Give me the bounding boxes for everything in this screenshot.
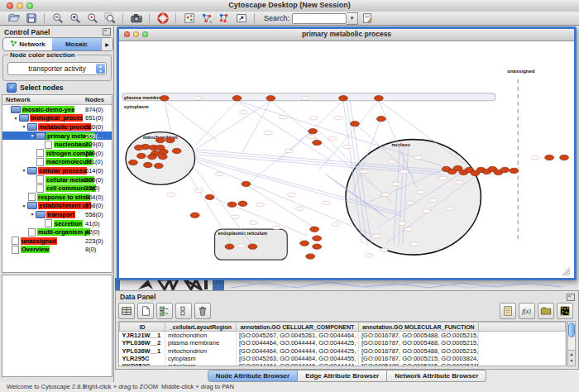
network-view-titlebar[interactable]: primary metabolic process [119, 29, 574, 41]
tree-item-response-to-stimulu[interactable]: response to stimulu264(0) [2, 193, 112, 202]
network-node[interactable] [165, 137, 175, 142]
network-node[interactable] [339, 96, 348, 101]
network-node[interactable] [313, 244, 322, 249]
network-node[interactable] [232, 96, 242, 101]
expand-arrow-icon[interactable]: ▼ [21, 124, 27, 129]
layout-spring-icon[interactable] [199, 12, 213, 25]
network-node[interactable] [128, 160, 137, 165]
table-row[interactable]: YPL036W__1mitochondrion[GO:0044464, GO:0… [120, 347, 566, 355]
tree-item-transport[interactable]: ▼transport558(0) [2, 210, 112, 219]
tree-item-cellular-metabol[interactable]: cellular metabol209(0) [2, 175, 112, 184]
network-node[interactable] [158, 154, 167, 159]
report-icon[interactable] [500, 303, 516, 319]
network-node[interactable] [159, 149, 168, 154]
network-node[interactable] [300, 241, 309, 246]
scrollbar-thumb[interactable] [568, 323, 575, 337]
help-ring-icon[interactable] [156, 12, 170, 25]
tree-item-nucleobase-[interactable]: nucleobase-209(0) [2, 140, 112, 149]
trash-icon[interactable] [194, 303, 211, 319]
network-node[interactable] [266, 96, 275, 101]
tree-item-unassigned[interactable]: unassigned223(0) [2, 237, 112, 246]
column-header[interactable] [479, 323, 566, 332]
network-node[interactable] [242, 181, 251, 186]
network-node[interactable] [374, 96, 383, 101]
select-checked-icon[interactable] [156, 303, 173, 319]
network-node[interactable] [313, 140, 322, 145]
node-color-combobox[interactable]: transporter activity ▲▼ [7, 62, 107, 75]
network-node[interactable] [134, 145, 143, 150]
tab-network-attribute-browser[interactable]: Network Attribute Browser [387, 370, 486, 382]
network-canvas[interactable]: plasma membrane cytoplasm mitochondrion … [119, 41, 574, 278]
network-node[interactable] [310, 227, 319, 232]
zoom-selected-icon[interactable] [85, 12, 99, 25]
column-header[interactable]: ID [120, 323, 165, 332]
save-icon[interactable] [24, 12, 38, 25]
network-node[interactable] [147, 154, 156, 159]
attr-table-icon[interactable] [118, 303, 135, 319]
network-node[interactable] [227, 202, 237, 207]
column-header[interactable]: annotation.GO CELLULAR_COMPONENT [237, 323, 359, 332]
select-plain-icon[interactable] [175, 303, 192, 319]
network-node[interactable] [143, 162, 152, 167]
tree-item-cellular-process[interactable]: ▼cellular process614(0) [2, 166, 112, 175]
tree-item-nitrogen-compo[interactable]: nitrogen compo209(0) [2, 149, 112, 158]
edit-attributes-icon[interactable] [360, 12, 374, 25]
layout-force-icon[interactable] [217, 12, 231, 25]
vizmapper-icon[interactable] [234, 12, 248, 25]
tree-item-multi-organism-pro[interactable]: multi-organism pro42(0) [2, 227, 112, 237]
table-row[interactable]: YPL036W__2plasma membrane[GO:0044464, GO… [120, 339, 566, 347]
tab-edge-attribute-browser[interactable]: Edge Attribute Browser [298, 370, 387, 382]
tab-network[interactable]: Network [3, 38, 52, 50]
tree-item-mosaic-demo-yeast[interactable]: mosaic-demo-yeast874(0) [2, 105, 112, 114]
formula-icon[interactable]: f(x) [519, 303, 535, 319]
new-page-icon[interactable] [137, 303, 154, 319]
column-header[interactable]: annotation.GO MOLECULAR_FUNCTION [359, 323, 479, 332]
network-node[interactable] [156, 137, 165, 142]
tab-overflow-arrow-icon[interactable]: ▶ [101, 38, 112, 50]
network-node[interactable] [306, 254, 315, 259]
network-node[interactable] [545, 155, 554, 160]
network-node[interactable] [172, 148, 181, 153]
tree-item-primary-metabo[interactable]: ▼primary metabo209(... [2, 131, 112, 141]
network-node[interactable] [500, 167, 510, 172]
table-row[interactable]: YLR295Ccytoplasm[GO:0045263, GO:0044464,… [120, 355, 566, 362]
search-input[interactable] [292, 13, 347, 24]
open-icon[interactable] [7, 12, 21, 25]
float-panel-icon[interactable] [103, 28, 111, 36]
network-node[interactable] [510, 168, 519, 173]
network-node[interactable] [160, 96, 169, 101]
search-dropdown-arrow[interactable]: ▾ [347, 12, 358, 25]
tree-item-macromolecule[interactable]: macromolecule311(0) [2, 158, 112, 167]
snapshot-icon[interactable] [129, 12, 143, 25]
network-node[interactable] [190, 213, 199, 218]
expand-arrow-icon[interactable]: ▼ [21, 203, 27, 208]
scrollbar-arrows[interactable]: ▲▼ [568, 350, 575, 366]
zoom-out-icon[interactable] [50, 12, 65, 25]
expand-arrow-icon[interactable]: ▼ [29, 212, 36, 217]
network-node[interactable] [154, 163, 163, 168]
tree-item-establishment-of-lo[interactable]: ▼establishment of lo558(0) [2, 202, 112, 211]
expand-arrow-icon[interactable]: ▼ [12, 116, 19, 121]
tree-item-secretion[interactable]: secretion41(0) [2, 219, 112, 228]
network-node[interactable] [350, 121, 359, 126]
data-panel-float-icon[interactable] [567, 294, 575, 301]
tree-item-cell-communicat[interactable]: cell communicat22(0) [2, 184, 112, 193]
zoom-fit-icon[interactable] [103, 12, 117, 25]
tab-mosaic[interactable]: Mosaic [52, 38, 101, 50]
network-node[interactable] [376, 116, 385, 121]
network-node[interactable] [205, 194, 214, 199]
network-node[interactable] [238, 201, 247, 206]
table-row[interactable]: YKR052Ccytoplasm[GO:0044464, GO:0044446,… [120, 362, 566, 366]
tree-item-metabolic-process[interactable]: ▼metabolic process280(0) [2, 122, 112, 131]
image-annotation-icon[interactable] [182, 12, 196, 25]
network-node[interactable] [136, 153, 146, 158]
tab-node-attribute-browser[interactable]: Node Attribute Browser [208, 370, 299, 382]
import-folder-icon[interactable] [538, 303, 554, 319]
select-nodes-checkbox[interactable]: ✓ [7, 83, 17, 93]
zoom-in-icon[interactable] [68, 12, 82, 25]
network-node[interactable] [225, 244, 234, 249]
attribute-table[interactable]: ID_cellularLayoutRegionannotation.GO CEL… [118, 321, 567, 366]
resize-grip-icon[interactable] [562, 268, 570, 275]
table-scrollbar[interactable]: ▲▼ [567, 321, 576, 366]
network-node[interactable] [313, 236, 322, 241]
